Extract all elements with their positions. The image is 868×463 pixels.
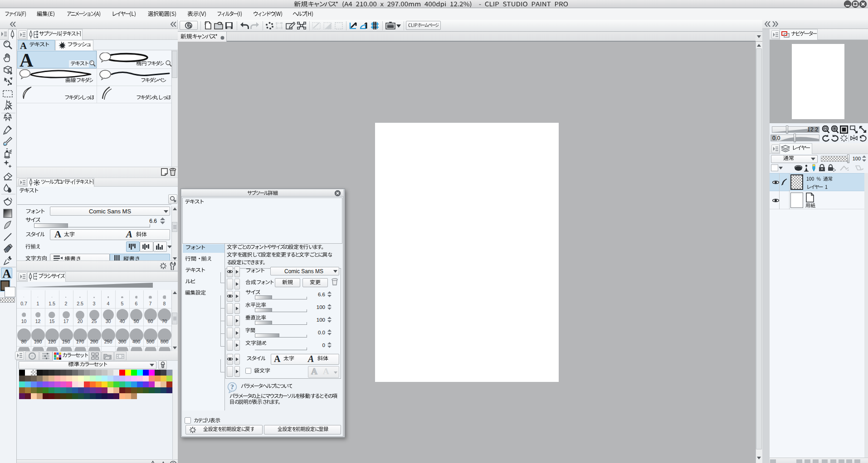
- svg-text:?: ?: [230, 383, 234, 391]
